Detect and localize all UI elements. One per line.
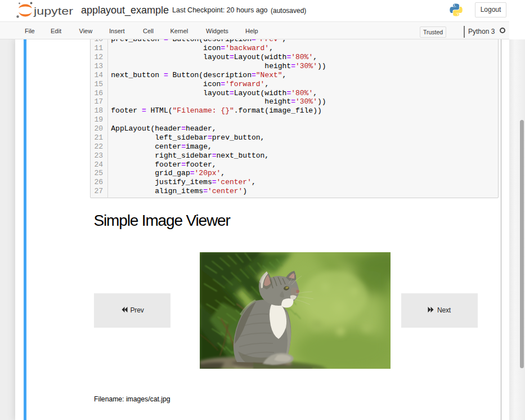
svg-text:jupyter: jupyter xyxy=(33,5,74,17)
